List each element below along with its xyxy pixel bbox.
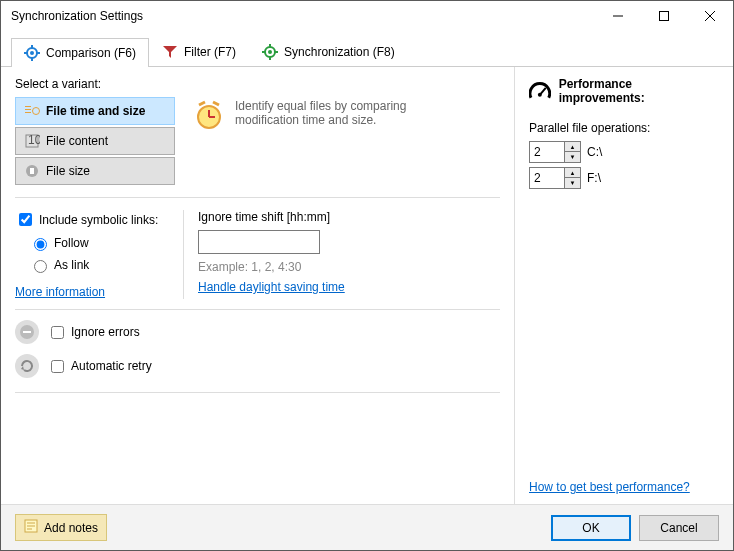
settings-window: Synchronization Settings Comparison (F6)… xyxy=(0,0,734,551)
spinner-down-icon[interactable]: ▼ xyxy=(565,178,580,188)
add-notes-button[interactable]: Add notes xyxy=(15,514,107,541)
svg-rect-17 xyxy=(25,109,31,110)
tab-sync[interactable]: Synchronization (F8) xyxy=(249,37,408,66)
tab-label: Comparison (F6) xyxy=(46,46,136,60)
clock-list-icon xyxy=(24,103,40,119)
svg-rect-23 xyxy=(30,168,34,174)
left-panel: Select a variant: File time and size 10 … xyxy=(1,67,515,504)
svg-rect-18 xyxy=(25,112,31,113)
auto-retry-checkbox[interactable]: Automatic retry xyxy=(47,357,152,376)
tab-label: Filter (F7) xyxy=(184,45,236,59)
minimize-button[interactable] xyxy=(595,1,641,31)
include-symlinks-input[interactable] xyxy=(19,213,32,226)
follow-input[interactable] xyxy=(34,238,47,251)
spinner-1-input[interactable] xyxy=(530,168,564,188)
include-symlinks-label: Include symbolic links: xyxy=(39,213,158,227)
drive-row-0: ▲▼ C:\ xyxy=(529,141,719,163)
include-symlinks-checkbox[interactable]: Include symbolic links: xyxy=(15,210,165,229)
ignore-errors-input[interactable] xyxy=(51,326,64,339)
svg-point-5 xyxy=(30,51,34,55)
add-notes-label: Add notes xyxy=(44,521,98,535)
retry-icon xyxy=(15,354,39,378)
variant-description: Identify equal files by comparing modifi… xyxy=(235,99,435,127)
note-icon xyxy=(24,519,38,536)
tab-filter[interactable]: Filter (F7) xyxy=(149,37,249,66)
gear-blue-icon xyxy=(24,45,40,61)
drive-row-1: ▲▼ F:\ xyxy=(529,167,719,189)
gear-green-icon xyxy=(262,44,278,60)
ignore-errors-checkbox[interactable]: Ignore errors xyxy=(47,323,140,342)
funnel-icon xyxy=(162,44,178,60)
error-icon xyxy=(15,320,39,344)
tabs: Comparison (F6) Filter (F7) Synchronizat… xyxy=(1,31,733,67)
maximize-button[interactable] xyxy=(641,1,687,31)
ignore-errors-label: Ignore errors xyxy=(71,325,140,339)
follow-label: Follow xyxy=(54,236,89,250)
aslink-radio[interactable]: As link xyxy=(29,257,165,273)
best-perf-link[interactable]: How to get best performance? xyxy=(529,480,690,494)
svg-text:10: 10 xyxy=(28,133,40,147)
spinner-up-icon[interactable]: ▲ xyxy=(565,168,580,178)
variant-label: File time and size xyxy=(46,104,145,118)
ignore-shift-label: Ignore time shift [hh:mm] xyxy=(198,210,345,224)
right-panel: Performance improvements: Parallel file … xyxy=(515,67,733,504)
parallel-label: Parallel file operations: xyxy=(529,121,719,135)
spinner-0[interactable]: ▲▼ xyxy=(529,141,581,163)
svg-point-11 xyxy=(268,50,272,54)
tab-comparison[interactable]: Comparison (F6) xyxy=(11,38,149,67)
variant-label: File size xyxy=(46,164,90,178)
spinner-1[interactable]: ▲▼ xyxy=(529,167,581,189)
spinner-up-icon[interactable]: ▲ xyxy=(565,142,580,152)
svg-rect-1 xyxy=(660,12,669,21)
follow-radio[interactable]: Follow xyxy=(29,235,165,251)
size-icon xyxy=(24,163,40,179)
auto-retry-label: Automatic retry xyxy=(71,359,152,373)
variant-label: File content xyxy=(46,134,108,148)
perf-title: Performance improvements: xyxy=(559,77,719,105)
svg-rect-16 xyxy=(25,106,31,107)
svg-point-30 xyxy=(538,93,542,97)
ok-button[interactable]: OK xyxy=(551,515,631,541)
ignore-shift-input[interactable] xyxy=(198,230,320,254)
speedometer-icon xyxy=(529,80,551,102)
cancel-button[interactable]: Cancel xyxy=(639,515,719,541)
spinner-down-icon[interactable]: ▼ xyxy=(565,152,580,162)
alarm-clock-icon xyxy=(193,99,225,131)
auto-retry-input[interactable] xyxy=(51,360,64,373)
aslink-input[interactable] xyxy=(34,260,47,273)
more-info-link[interactable]: More information xyxy=(15,285,165,299)
spinner-0-input[interactable] xyxy=(530,142,564,162)
example-text: Example: 1, 2, 4:30 xyxy=(198,260,345,274)
window-title: Synchronization Settings xyxy=(11,9,595,23)
variant-time-size[interactable]: File time and size xyxy=(15,97,175,125)
drive-1-path: F:\ xyxy=(587,171,601,185)
close-button[interactable] xyxy=(687,1,733,31)
footer: Add notes OK Cancel xyxy=(1,504,733,550)
tab-label: Synchronization (F8) xyxy=(284,45,395,59)
variant-content[interactable]: 10 File content xyxy=(15,127,175,155)
aslink-label: As link xyxy=(54,258,89,272)
select-variant-label: Select a variant: xyxy=(15,77,175,91)
dst-link[interactable]: Handle daylight saving time xyxy=(198,280,345,294)
binary-icon: 10 xyxy=(24,133,40,149)
variant-size[interactable]: File size xyxy=(15,157,175,185)
drive-0-path: C:\ xyxy=(587,145,602,159)
titlebar: Synchronization Settings xyxy=(1,1,733,31)
svg-point-19 xyxy=(33,108,40,115)
